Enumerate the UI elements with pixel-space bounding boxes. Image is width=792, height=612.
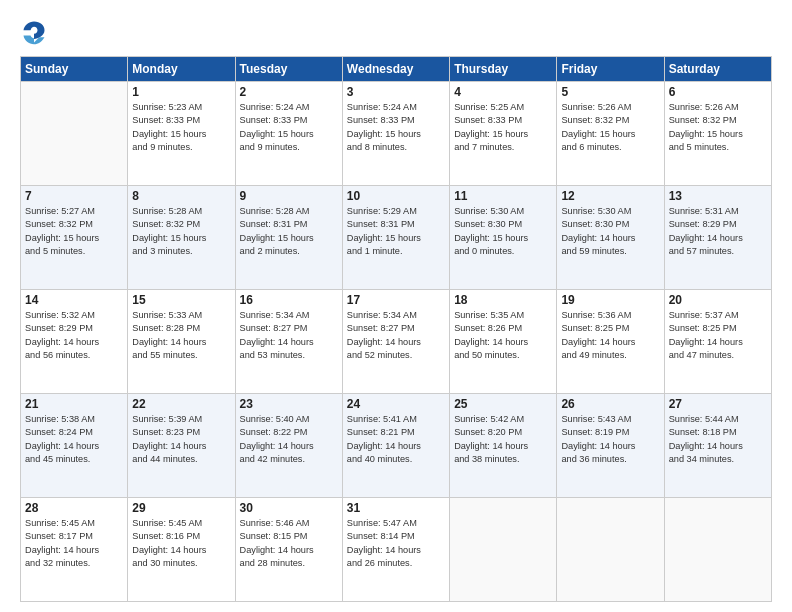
day-number: 27 [669, 397, 767, 411]
calendar-cell: 14Sunrise: 5:32 AMSunset: 8:29 PMDayligh… [21, 290, 128, 394]
cell-info: Sunrise: 5:44 AMSunset: 8:18 PMDaylight:… [669, 413, 767, 466]
calendar-cell: 19Sunrise: 5:36 AMSunset: 8:25 PMDayligh… [557, 290, 664, 394]
cell-info: Sunrise: 5:37 AMSunset: 8:25 PMDaylight:… [669, 309, 767, 362]
calendar-week-row: 14Sunrise: 5:32 AMSunset: 8:29 PMDayligh… [21, 290, 772, 394]
calendar-cell: 21Sunrise: 5:38 AMSunset: 8:24 PMDayligh… [21, 394, 128, 498]
day-number: 7 [25, 189, 123, 203]
calendar-cell [557, 498, 664, 602]
calendar-cell: 31Sunrise: 5:47 AMSunset: 8:14 PMDayligh… [342, 498, 449, 602]
calendar-cell: 12Sunrise: 5:30 AMSunset: 8:30 PMDayligh… [557, 186, 664, 290]
calendar-week-row: 28Sunrise: 5:45 AMSunset: 8:17 PMDayligh… [21, 498, 772, 602]
calendar-header-thursday: Thursday [450, 57, 557, 82]
day-number: 17 [347, 293, 445, 307]
day-number: 15 [132, 293, 230, 307]
cell-info: Sunrise: 5:30 AMSunset: 8:30 PMDaylight:… [454, 205, 552, 258]
calendar-header-saturday: Saturday [664, 57, 771, 82]
calendar-cell: 8Sunrise: 5:28 AMSunset: 8:32 PMDaylight… [128, 186, 235, 290]
day-number: 9 [240, 189, 338, 203]
day-number: 1 [132, 85, 230, 99]
calendar-cell: 18Sunrise: 5:35 AMSunset: 8:26 PMDayligh… [450, 290, 557, 394]
logo [20, 18, 52, 46]
calendar-cell: 3Sunrise: 5:24 AMSunset: 8:33 PMDaylight… [342, 82, 449, 186]
cell-info: Sunrise: 5:47 AMSunset: 8:14 PMDaylight:… [347, 517, 445, 570]
cell-info: Sunrise: 5:26 AMSunset: 8:32 PMDaylight:… [669, 101, 767, 154]
cell-info: Sunrise: 5:29 AMSunset: 8:31 PMDaylight:… [347, 205, 445, 258]
day-number: 4 [454, 85, 552, 99]
day-number: 10 [347, 189, 445, 203]
calendar-week-row: 21Sunrise: 5:38 AMSunset: 8:24 PMDayligh… [21, 394, 772, 498]
page-header [20, 18, 772, 46]
calendar-cell [664, 498, 771, 602]
day-number: 30 [240, 501, 338, 515]
cell-info: Sunrise: 5:41 AMSunset: 8:21 PMDaylight:… [347, 413, 445, 466]
cell-info: Sunrise: 5:24 AMSunset: 8:33 PMDaylight:… [347, 101, 445, 154]
calendar-cell: 29Sunrise: 5:45 AMSunset: 8:16 PMDayligh… [128, 498, 235, 602]
day-number: 28 [25, 501, 123, 515]
calendar-cell: 25Sunrise: 5:42 AMSunset: 8:20 PMDayligh… [450, 394, 557, 498]
calendar-header-monday: Monday [128, 57, 235, 82]
calendar-cell: 6Sunrise: 5:26 AMSunset: 8:32 PMDaylight… [664, 82, 771, 186]
day-number: 14 [25, 293, 123, 307]
calendar-cell: 28Sunrise: 5:45 AMSunset: 8:17 PMDayligh… [21, 498, 128, 602]
day-number: 6 [669, 85, 767, 99]
calendar-cell: 24Sunrise: 5:41 AMSunset: 8:21 PMDayligh… [342, 394, 449, 498]
calendar-header-wednesday: Wednesday [342, 57, 449, 82]
calendar-cell: 22Sunrise: 5:39 AMSunset: 8:23 PMDayligh… [128, 394, 235, 498]
calendar-header-sunday: Sunday [21, 57, 128, 82]
calendar-cell [450, 498, 557, 602]
cell-info: Sunrise: 5:23 AMSunset: 8:33 PMDaylight:… [132, 101, 230, 154]
day-number: 25 [454, 397, 552, 411]
calendar-header-tuesday: Tuesday [235, 57, 342, 82]
cell-info: Sunrise: 5:24 AMSunset: 8:33 PMDaylight:… [240, 101, 338, 154]
day-number: 31 [347, 501, 445, 515]
calendar-cell: 1Sunrise: 5:23 AMSunset: 8:33 PMDaylight… [128, 82, 235, 186]
cell-info: Sunrise: 5:36 AMSunset: 8:25 PMDaylight:… [561, 309, 659, 362]
cell-info: Sunrise: 5:31 AMSunset: 8:29 PMDaylight:… [669, 205, 767, 258]
calendar-cell: 4Sunrise: 5:25 AMSunset: 8:33 PMDaylight… [450, 82, 557, 186]
day-number: 16 [240, 293, 338, 307]
day-number: 2 [240, 85, 338, 99]
day-number: 8 [132, 189, 230, 203]
calendar-cell: 2Sunrise: 5:24 AMSunset: 8:33 PMDaylight… [235, 82, 342, 186]
logo-icon [20, 18, 48, 46]
cell-info: Sunrise: 5:38 AMSunset: 8:24 PMDaylight:… [25, 413, 123, 466]
calendar-week-row: 7Sunrise: 5:27 AMSunset: 8:32 PMDaylight… [21, 186, 772, 290]
calendar-cell: 26Sunrise: 5:43 AMSunset: 8:19 PMDayligh… [557, 394, 664, 498]
calendar-cell: 16Sunrise: 5:34 AMSunset: 8:27 PMDayligh… [235, 290, 342, 394]
cell-info: Sunrise: 5:34 AMSunset: 8:27 PMDaylight:… [240, 309, 338, 362]
cell-info: Sunrise: 5:39 AMSunset: 8:23 PMDaylight:… [132, 413, 230, 466]
cell-info: Sunrise: 5:28 AMSunset: 8:32 PMDaylight:… [132, 205, 230, 258]
cell-info: Sunrise: 5:35 AMSunset: 8:26 PMDaylight:… [454, 309, 552, 362]
calendar-cell [21, 82, 128, 186]
cell-info: Sunrise: 5:45 AMSunset: 8:17 PMDaylight:… [25, 517, 123, 570]
cell-info: Sunrise: 5:25 AMSunset: 8:33 PMDaylight:… [454, 101, 552, 154]
cell-info: Sunrise: 5:30 AMSunset: 8:30 PMDaylight:… [561, 205, 659, 258]
calendar-cell: 15Sunrise: 5:33 AMSunset: 8:28 PMDayligh… [128, 290, 235, 394]
day-number: 26 [561, 397, 659, 411]
day-number: 22 [132, 397, 230, 411]
cell-info: Sunrise: 5:32 AMSunset: 8:29 PMDaylight:… [25, 309, 123, 362]
cell-info: Sunrise: 5:28 AMSunset: 8:31 PMDaylight:… [240, 205, 338, 258]
calendar-cell: 30Sunrise: 5:46 AMSunset: 8:15 PMDayligh… [235, 498, 342, 602]
day-number: 29 [132, 501, 230, 515]
cell-info: Sunrise: 5:33 AMSunset: 8:28 PMDaylight:… [132, 309, 230, 362]
calendar-header-row: SundayMondayTuesdayWednesdayThursdayFrid… [21, 57, 772, 82]
calendar-cell: 27Sunrise: 5:44 AMSunset: 8:18 PMDayligh… [664, 394, 771, 498]
cell-info: Sunrise: 5:45 AMSunset: 8:16 PMDaylight:… [132, 517, 230, 570]
calendar-cell: 11Sunrise: 5:30 AMSunset: 8:30 PMDayligh… [450, 186, 557, 290]
day-number: 13 [669, 189, 767, 203]
day-number: 19 [561, 293, 659, 307]
day-number: 5 [561, 85, 659, 99]
calendar-cell: 17Sunrise: 5:34 AMSunset: 8:27 PMDayligh… [342, 290, 449, 394]
cell-info: Sunrise: 5:26 AMSunset: 8:32 PMDaylight:… [561, 101, 659, 154]
calendar-cell: 5Sunrise: 5:26 AMSunset: 8:32 PMDaylight… [557, 82, 664, 186]
cell-info: Sunrise: 5:34 AMSunset: 8:27 PMDaylight:… [347, 309, 445, 362]
day-number: 12 [561, 189, 659, 203]
calendar-cell: 20Sunrise: 5:37 AMSunset: 8:25 PMDayligh… [664, 290, 771, 394]
calendar-cell: 23Sunrise: 5:40 AMSunset: 8:22 PMDayligh… [235, 394, 342, 498]
cell-info: Sunrise: 5:40 AMSunset: 8:22 PMDaylight:… [240, 413, 338, 466]
day-number: 3 [347, 85, 445, 99]
calendar-cell: 9Sunrise: 5:28 AMSunset: 8:31 PMDaylight… [235, 186, 342, 290]
cell-info: Sunrise: 5:43 AMSunset: 8:19 PMDaylight:… [561, 413, 659, 466]
calendar-week-row: 1Sunrise: 5:23 AMSunset: 8:33 PMDaylight… [21, 82, 772, 186]
